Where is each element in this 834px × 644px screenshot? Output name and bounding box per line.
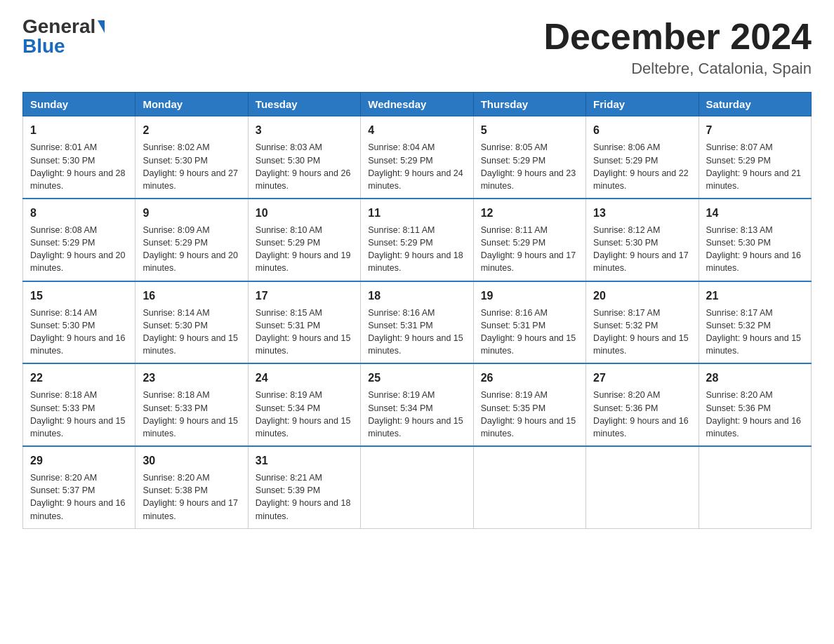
day-number: 23 <box>143 370 240 386</box>
day-number: 25 <box>368 370 465 386</box>
day-number: 28 <box>706 370 804 386</box>
calendar-cell: 2 Sunrise: 8:02 AM Sunset: 5:30 PM Dayli… <box>135 116 248 199</box>
day-number: 17 <box>256 288 353 304</box>
calendar-week-row: 29 Sunrise: 8:20 AM Sunset: 5:37 PM Dayl… <box>23 446 812 528</box>
day-number: 1 <box>30 122 128 138</box>
calendar-cell: 8 Sunrise: 8:08 AM Sunset: 5:29 PM Dayli… <box>23 199 135 281</box>
day-number: 18 <box>368 288 465 304</box>
day-number: 14 <box>706 205 804 221</box>
day-info: Sunrise: 8:09 AM Sunset: 5:29 PM Dayligh… <box>143 224 240 275</box>
day-info: Sunrise: 8:15 AM Sunset: 5:31 PM Dayligh… <box>256 307 353 358</box>
calendar-cell: 14 Sunrise: 8:13 AM Sunset: 5:30 PM Dayl… <box>699 199 811 281</box>
day-info: Sunrise: 8:20 AM Sunset: 5:36 PM Dayligh… <box>593 389 691 440</box>
day-number: 15 <box>30 288 128 304</box>
calendar-cell: 30 Sunrise: 8:20 AM Sunset: 5:38 PM Dayl… <box>135 446 248 528</box>
calendar-week-row: 15 Sunrise: 8:14 AM Sunset: 5:30 PM Dayl… <box>23 281 812 364</box>
day-info: Sunrise: 8:17 AM Sunset: 5:32 PM Dayligh… <box>593 307 691 358</box>
calendar-cell: 21 Sunrise: 8:17 AM Sunset: 5:32 PM Dayl… <box>699 281 811 364</box>
day-info: Sunrise: 8:16 AM Sunset: 5:31 PM Dayligh… <box>368 307 465 358</box>
day-info: Sunrise: 8:10 AM Sunset: 5:29 PM Dayligh… <box>256 224 353 275</box>
day-number: 5 <box>481 122 578 138</box>
day-info: Sunrise: 8:06 AM Sunset: 5:29 PM Dayligh… <box>593 141 691 192</box>
calendar-cell: 12 Sunrise: 8:11 AM Sunset: 5:29 PM Dayl… <box>473 199 585 281</box>
title-block: December 2024 Deltebre, Catalonia, Spain <box>543 17 812 78</box>
day-number: 8 <box>30 205 128 221</box>
day-number: 16 <box>143 288 240 304</box>
day-number: 12 <box>481 205 578 221</box>
calendar-cell: 6 Sunrise: 8:06 AM Sunset: 5:29 PM Dayli… <box>586 116 699 199</box>
day-number: 9 <box>143 205 240 221</box>
calendar-week-row: 22 Sunrise: 8:18 AM Sunset: 5:33 PM Dayl… <box>23 363 812 446</box>
logo-blue-text: Blue <box>22 36 65 56</box>
day-info: Sunrise: 8:11 AM Sunset: 5:29 PM Dayligh… <box>481 224 578 275</box>
day-number: 19 <box>481 288 578 304</box>
calendar-cell: 16 Sunrise: 8:14 AM Sunset: 5:30 PM Dayl… <box>135 281 248 364</box>
calendar-cell: 22 Sunrise: 8:18 AM Sunset: 5:33 PM Dayl… <box>23 363 135 446</box>
page-header: General Blue December 2024 Deltebre, Cat… <box>22 17 812 78</box>
day-info: Sunrise: 8:18 AM Sunset: 5:33 PM Dayligh… <box>30 389 128 440</box>
calendar-cell: 20 Sunrise: 8:17 AM Sunset: 5:32 PM Dayl… <box>586 281 699 364</box>
calendar-cell: 9 Sunrise: 8:09 AM Sunset: 5:29 PM Dayli… <box>135 199 248 281</box>
day-info: Sunrise: 8:05 AM Sunset: 5:29 PM Dayligh… <box>481 141 578 192</box>
calendar-cell: 4 Sunrise: 8:04 AM Sunset: 5:29 PM Dayli… <box>361 116 473 199</box>
day-info: Sunrise: 8:20 AM Sunset: 5:36 PM Dayligh… <box>706 389 804 440</box>
day-info: Sunrise: 8:14 AM Sunset: 5:30 PM Dayligh… <box>143 307 240 358</box>
day-info: Sunrise: 8:18 AM Sunset: 5:33 PM Dayligh… <box>143 389 240 440</box>
calendar-cell: 10 Sunrise: 8:10 AM Sunset: 5:29 PM Dayl… <box>248 199 360 281</box>
day-number: 11 <box>368 205 465 221</box>
calendar-cell <box>586 446 699 528</box>
calendar-cell <box>361 446 473 528</box>
day-info: Sunrise: 8:01 AM Sunset: 5:30 PM Dayligh… <box>30 141 128 192</box>
logo: General Blue <box>22 17 105 56</box>
calendar-cell: 24 Sunrise: 8:19 AM Sunset: 5:34 PM Dayl… <box>248 363 360 446</box>
day-info: Sunrise: 8:03 AM Sunset: 5:30 PM Dayligh… <box>256 141 353 192</box>
day-info: Sunrise: 8:11 AM Sunset: 5:29 PM Dayligh… <box>368 224 465 275</box>
day-number: 4 <box>368 122 465 138</box>
calendar-cell <box>473 446 585 528</box>
day-number: 3 <box>256 122 353 138</box>
calendar-cell: 15 Sunrise: 8:14 AM Sunset: 5:30 PM Dayl… <box>23 281 135 364</box>
day-info: Sunrise: 8:20 AM Sunset: 5:38 PM Dayligh… <box>143 471 240 523</box>
day-info: Sunrise: 8:08 AM Sunset: 5:29 PM Dayligh… <box>30 224 128 275</box>
calendar-cell: 5 Sunrise: 8:05 AM Sunset: 5:29 PM Dayli… <box>473 116 585 199</box>
day-number: 31 <box>256 452 353 469</box>
calendar-cell: 31 Sunrise: 8:21 AM Sunset: 5:39 PM Dayl… <box>248 446 360 528</box>
day-number: 27 <box>593 370 691 386</box>
day-info: Sunrise: 8:20 AM Sunset: 5:37 PM Dayligh… <box>30 471 128 523</box>
calendar-header-friday: Friday <box>586 93 699 116</box>
calendar-cell: 17 Sunrise: 8:15 AM Sunset: 5:31 PM Dayl… <box>248 281 360 364</box>
day-number: 6 <box>593 122 691 138</box>
day-info: Sunrise: 8:13 AM Sunset: 5:30 PM Dayligh… <box>706 224 804 275</box>
calendar-cell: 19 Sunrise: 8:16 AM Sunset: 5:31 PM Dayl… <box>473 281 585 364</box>
calendar-header-thursday: Thursday <box>473 93 585 116</box>
calendar-week-row: 8 Sunrise: 8:08 AM Sunset: 5:29 PM Dayli… <box>23 199 812 281</box>
calendar-cell: 23 Sunrise: 8:18 AM Sunset: 5:33 PM Dayl… <box>135 363 248 446</box>
calendar-cell: 27 Sunrise: 8:20 AM Sunset: 5:36 PM Dayl… <box>586 363 699 446</box>
calendar-cell: 7 Sunrise: 8:07 AM Sunset: 5:29 PM Dayli… <box>699 116 811 199</box>
calendar-cell: 13 Sunrise: 8:12 AM Sunset: 5:30 PM Dayl… <box>586 199 699 281</box>
day-info: Sunrise: 8:12 AM Sunset: 5:30 PM Dayligh… <box>593 224 691 275</box>
day-number: 13 <box>593 205 691 221</box>
day-info: Sunrise: 8:19 AM Sunset: 5:35 PM Dayligh… <box>481 389 578 440</box>
logo-triangle-icon <box>98 20 105 33</box>
day-info: Sunrise: 8:14 AM Sunset: 5:30 PM Dayligh… <box>30 307 128 358</box>
location-title: Deltebre, Catalonia, Spain <box>543 60 812 78</box>
day-info: Sunrise: 8:17 AM Sunset: 5:32 PM Dayligh… <box>706 307 804 358</box>
calendar-cell: 28 Sunrise: 8:20 AM Sunset: 5:36 PM Dayl… <box>699 363 811 446</box>
month-title: December 2024 <box>543 17 812 57</box>
day-info: Sunrise: 8:02 AM Sunset: 5:30 PM Dayligh… <box>143 141 240 192</box>
calendar-header-monday: Monday <box>135 93 248 116</box>
day-info: Sunrise: 8:19 AM Sunset: 5:34 PM Dayligh… <box>256 389 353 440</box>
day-number: 29 <box>30 452 128 469</box>
calendar-cell: 26 Sunrise: 8:19 AM Sunset: 5:35 PM Dayl… <box>473 363 585 446</box>
logo-general-text: General <box>22 17 95 36</box>
calendar-header-tuesday: Tuesday <box>248 93 360 116</box>
day-number: 2 <box>143 122 240 138</box>
day-info: Sunrise: 8:21 AM Sunset: 5:39 PM Dayligh… <box>256 471 353 523</box>
day-number: 7 <box>706 122 804 138</box>
calendar-cell: 1 Sunrise: 8:01 AM Sunset: 5:30 PM Dayli… <box>23 116 135 199</box>
calendar-header-row: SundayMondayTuesdayWednesdayThursdayFrid… <box>23 93 812 116</box>
calendar-cell: 29 Sunrise: 8:20 AM Sunset: 5:37 PM Dayl… <box>23 446 135 528</box>
day-number: 21 <box>706 288 804 304</box>
calendar-header-saturday: Saturday <box>699 93 811 116</box>
